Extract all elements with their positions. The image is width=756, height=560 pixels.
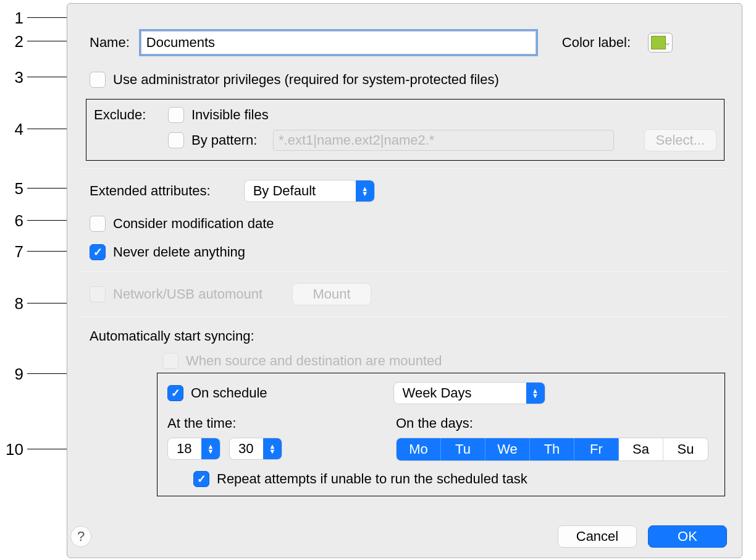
consider-modification-checkbox[interactable] — [90, 216, 106, 232]
callout-9: 9 — [1, 365, 23, 384]
updown-arrows-icon: ▲▼ — [201, 438, 220, 459]
auto-start-label: Automatically start syncing: — [90, 328, 254, 344]
when-mounted-checkbox — [162, 353, 178, 369]
callout-8: 8 — [1, 294, 23, 313]
color-label-text: Color label: — [562, 35, 631, 51]
on-schedule-checkbox[interactable]: ✓ — [167, 385, 183, 401]
automount-checkbox — [90, 286, 106, 302]
divider — [78, 271, 731, 272]
schedule-frequency-value: Week Days — [403, 385, 477, 401]
checkmark-icon: ✓ — [197, 472, 206, 486]
settings-dialog: Name: Color label: ⌵ Use administrator p… — [67, 3, 742, 558]
name-label: Name: — [90, 35, 130, 51]
color-label-picker[interactable]: ⌵ — [648, 33, 673, 53]
callout-1: 1 — [1, 9, 23, 28]
schedule-minute-popup[interactable]: 30 ▲▼ — [229, 438, 282, 460]
never-delete-checkbox[interactable]: ✓ — [90, 244, 106, 260]
day-th[interactable]: Th — [530, 438, 574, 460]
admin-privileges-label: Use administrator privileges (required f… — [113, 72, 499, 88]
on-schedule-label: On schedule — [191, 385, 267, 401]
admin-privileges-checkbox[interactable] — [90, 72, 106, 88]
mount-button[interactable]: Mount — [292, 283, 371, 305]
updown-arrows-icon: ▲▼ — [356, 180, 374, 202]
day-we[interactable]: We — [485, 438, 530, 460]
schedule-group: ✓ On schedule Week Days ▲▼ At the time: … — [157, 373, 725, 496]
extended-attributes-label: Extended attributes: — [90, 183, 211, 199]
exclude-group: Exclude: Invisible files By pattern: Sel… — [86, 99, 724, 161]
day-mo[interactable]: Mo — [397, 438, 441, 460]
day-fr[interactable]: Fr — [574, 438, 619, 460]
exclude-select-button[interactable]: Select... — [644, 129, 716, 151]
exclude-pattern-checkbox[interactable] — [168, 132, 184, 148]
schedule-hour-popup[interactable]: 18 ▲▼ — [167, 438, 220, 460]
name-input[interactable] — [141, 31, 536, 54]
extended-attributes-popup[interactable]: By Default ▲▼ — [244, 180, 375, 202]
divider — [78, 316, 731, 317]
days-segmented: MoTuWeThFrSaSu — [396, 438, 708, 461]
checkmark-icon: ✓ — [171, 386, 180, 400]
repeat-attempts-label: Repeat attempts if unable to run the sch… — [217, 471, 527, 487]
cancel-button[interactable]: Cancel — [558, 525, 637, 548]
updown-arrows-icon: ▲▼ — [526, 383, 545, 404]
callout-5: 5 — [1, 179, 23, 198]
day-tu[interactable]: Tu — [441, 438, 485, 460]
callout-7: 7 — [1, 242, 23, 261]
schedule-frequency-popup[interactable]: Week Days ▲▼ — [393, 382, 545, 404]
on-days-label: On the days: — [396, 415, 708, 431]
at-time-label: At the time: — [167, 415, 396, 431]
never-delete-label: Never delete anything — [113, 244, 245, 260]
when-mounted-label: When source and destination are mounted — [186, 353, 442, 369]
updown-arrows-icon: ▲▼ — [263, 438, 282, 459]
callout-6: 6 — [1, 211, 23, 231]
exclude-invisible-checkbox[interactable] — [168, 107, 184, 123]
color-swatch-icon — [651, 36, 666, 49]
callout-4: 4 — [1, 120, 23, 139]
checkmark-icon: ✓ — [93, 245, 103, 259]
exclude-pattern-input[interactable] — [273, 130, 614, 151]
schedule-hour-value: 18 — [177, 441, 196, 457]
day-sa[interactable]: Sa — [619, 438, 663, 460]
divider — [78, 168, 731, 169]
extended-attributes-value: By Default — [253, 183, 321, 199]
exclude-pattern-label: By pattern: — [191, 132, 266, 148]
consider-modification-label: Consider modification date — [113, 216, 274, 232]
schedule-minute-value: 30 — [238, 441, 258, 457]
callout-3: 3 — [1, 68, 23, 87]
exclude-label: Exclude: — [94, 107, 161, 123]
day-su[interactable]: Su — [663, 438, 708, 460]
callout-10: 10 — [0, 440, 23, 459]
automount-label: Network/USB automount — [113, 286, 262, 302]
chevron-down-icon: ⌵ — [665, 38, 670, 47]
exclude-invisible-label: Invisible files — [191, 107, 269, 123]
callout-2: 2 — [1, 32, 23, 51]
repeat-attempts-checkbox[interactable]: ✓ — [193, 471, 209, 487]
help-button[interactable]: ? — [70, 526, 91, 547]
ok-button[interactable]: OK — [648, 525, 727, 548]
